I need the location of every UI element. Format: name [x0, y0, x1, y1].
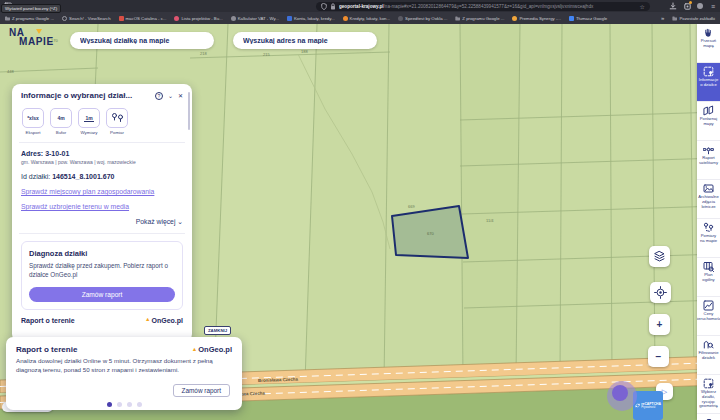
address-value: 3-10-01 — [45, 150, 69, 157]
shield-icon — [321, 3, 327, 10]
tool-export[interactable]: *xlsx Eksport — [21, 108, 45, 135]
chevron-down-icon: ⌄ — [177, 218, 183, 225]
sidebar-item-map-measurements[interactable]: Pomiary na mapie — [697, 219, 720, 258]
tool-buffer[interactable]: 4m Bufor — [49, 108, 73, 135]
selected-parcel-label: 670 — [427, 231, 434, 236]
zoom-in-button[interactable]: + — [649, 314, 670, 335]
bookmarks-overflow-icon[interactable]: » — [661, 15, 664, 21]
extensions-icon[interactable] — [683, 2, 691, 10]
filter-search-icon — [703, 339, 714, 350]
address-bar[interactable]: geoportal-krajowy.pl/na-mapie#x=21.20082… — [316, 2, 650, 11]
sidebar-item-draw-geometry[interactable]: Wybierz działki, rysując geometrię — [697, 375, 720, 414]
map-tools-sidebar: Przesuń mapę Informacje o działce Porówn… — [697, 24, 720, 420]
bookmark-label: Lista projektów - Bu... — [181, 16, 222, 21]
bookmark-item[interactable]: macOS Catalina - c... — [119, 16, 167, 21]
chat-icon — [612, 385, 628, 401]
folder-icon — [672, 16, 677, 21]
locate-button[interactable] — [650, 282, 671, 303]
footer-title: Raport o terenie — [21, 317, 145, 324]
sidebar-item-label: Ceny nieruchomości — [697, 312, 720, 322]
recaptcha-badge[interactable]: reCAPTCHA Prywatność — [633, 391, 663, 420]
zoom-out-button[interactable]: − — [648, 346, 669, 367]
parcel-id-line: Id działki: 146514_8.1001.670 — [21, 173, 183, 180]
bookmark-label: Tłumacz Google — [576, 16, 607, 21]
panel-footer: Raport o terenie ▲ OnGeo.pl — [21, 317, 183, 324]
buffer-icon: 4m — [50, 108, 72, 128]
order-report-button[interactable]: Zamów raport — [29, 287, 175, 302]
show-more-button[interactable]: Pokaż więcej ⌄ — [21, 218, 183, 226]
bookmark-star-icon[interactable]: ☆ — [640, 3, 645, 10]
carousel-dot[interactable] — [117, 402, 122, 407]
tool-dimensions[interactable]: 1m Wymiary — [77, 108, 101, 135]
address-line: Adres: 3-10-01 — [21, 150, 183, 157]
sidebar-item-pan-map[interactable]: Przesuń mapę — [697, 24, 720, 63]
logo-line2: MAPIE — [19, 37, 54, 47]
parcel-info-panel: Informacje o wybranej dział... ? ⌄ ✕ *xl… — [12, 84, 192, 342]
bookmark-item[interactable]: Speedtest by Ookla ... — [398, 16, 447, 21]
promo-popup: Raport o terenie ▲ OnGeo.pl Analiza dowo… — [6, 337, 242, 410]
layers-button[interactable] — [649, 246, 670, 267]
link-zoning-plan[interactable]: Sprawdź miejscowy plan zagospodarowania — [21, 188, 183, 195]
site-logo[interactable]: NA MAPIE — [9, 28, 54, 47]
search-parcel-input[interactable] — [70, 32, 214, 49]
other-bookmarks[interactable]: Pozostałe zakładki — [672, 16, 715, 21]
measure-pins-icon — [111, 112, 124, 124]
carousel-dot[interactable] — [127, 402, 132, 407]
bookmark-item[interactable]: Z programu Google ... — [5, 16, 54, 21]
promo-order-report-button[interactable]: Zamów raport — [173, 384, 230, 397]
aerial-photo-icon — [703, 183, 714, 194]
sidebar-tooltip: Wyświetl panel boczny (^Z) — [1, 4, 61, 13]
browser-menu-icon[interactable]: ≡ — [709, 2, 717, 10]
parcel-label: 188 — [301, 49, 308, 54]
tool-label: Bufor — [56, 130, 67, 135]
ongeo-brand-label: OnGeo.pl — [152, 317, 184, 324]
parcel-label: 448 — [7, 69, 14, 74]
bookmark-item[interactable]: Kalkulator VAT - Wy... — [231, 16, 279, 21]
parcel-label: 218 — [200, 51, 207, 56]
sidebar-item-satellite-report[interactable]: Raport satelitarny — [697, 141, 720, 180]
chat-widget-button[interactable] — [607, 381, 637, 411]
bookmark-item[interactable]: Konta, lokaty, kredy... — [287, 16, 335, 21]
collapse-icon[interactable]: ⌄ — [168, 93, 173, 99]
bookmark-label: macOS Catalina - c... — [126, 16, 167, 21]
diagnosis-card: Diagnoza działki Sprawdź działkę przed z… — [21, 241, 183, 310]
bookmark-label: Search! - ViewSearch — [69, 16, 110, 21]
sidebar-item-label: Przesuń mapę — [697, 39, 720, 49]
search-address-input[interactable] — [233, 32, 377, 49]
divider — [19, 233, 185, 234]
carousel-dot[interactable] — [137, 402, 142, 407]
tool-measure[interactable]: Pomiar — [105, 108, 129, 135]
profile-avatar[interactable] — [697, 3, 703, 9]
bookmark-item[interactable]: Premedia Synergy -... — [512, 16, 561, 21]
help-icon[interactable]: ? — [155, 92, 163, 100]
sidebar-item-partial[interactable] — [697, 414, 720, 420]
sidebar-item-filter-parcels[interactable]: Filtrowanie działek — [697, 336, 720, 375]
bookmark-item[interactable]: Z programu Google ... — [455, 16, 504, 21]
promo-close-button[interactable]: ZAMKNIJ — [204, 326, 231, 335]
bookmark-item[interactable]: Lista projektów - Bu... — [174, 16, 222, 21]
close-icon[interactable]: ✕ — [178, 93, 183, 99]
bookmark-item[interactable]: Kredyty, lokaty, kon... — [343, 16, 390, 21]
bookmark-item[interactable]: Search! - ViewSearch — [62, 16, 110, 21]
sidebar-item-property-prices[interactable]: Ceny nieruchomości — [697, 297, 720, 336]
browser-toolbar: ← → ⟳ geoportal-krajowy.pl/na-mapie#x=21… — [0, 0, 720, 12]
carousel-dot[interactable] — [107, 402, 112, 407]
bookmarks-bar: Z programu Google ... Search! - ViewSear… — [0, 12, 720, 24]
sidebar-item-general-plan[interactable]: Plan ogólny — [697, 258, 720, 297]
bookmark-label: Kalkulator VAT - Wy... — [238, 16, 279, 21]
diagnosis-title: Diagnoza działki — [29, 249, 175, 258]
promo-title: Raport o terenie — [16, 345, 192, 354]
panel-title: Informacje o wybranej dział... — [21, 91, 155, 100]
sidebar-item-compare-maps[interactable]: Porównaj mapy — [697, 102, 720, 141]
sidebar-item-archival-photos[interactable]: Archiwalne zdjęcia lotnicze — [697, 180, 720, 219]
download-icon[interactable] — [669, 2, 677, 10]
recaptcha-privacy: Prywatność — [641, 406, 661, 409]
sidebar-item-label: Porównaj mapy — [697, 117, 720, 127]
sidebar-item-label: Informacje o działce — [697, 78, 720, 88]
link-utilities[interactable]: Sprawdź uzbrojenie terenu w media — [21, 203, 183, 210]
panel-scrollbar[interactable] — [188, 92, 190, 130]
sidebar-item-parcel-info[interactable]: Informacje o działce — [697, 63, 720, 102]
bookmark-item[interactable]: Tłumacz Google — [569, 16, 607, 21]
url-domain: geoportal-krajowy.pl — [339, 4, 384, 9]
select-parcel-icon — [703, 66, 714, 77]
